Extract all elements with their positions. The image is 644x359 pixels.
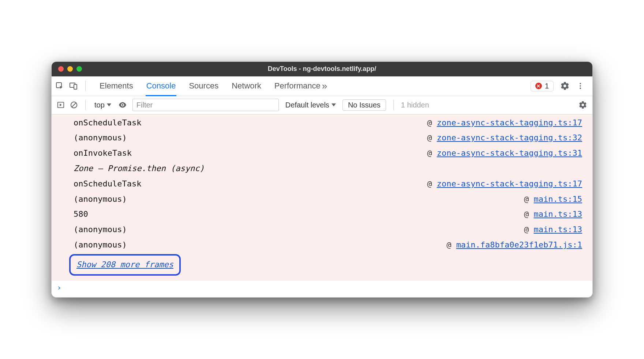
stack-frame-at: @ [524,207,534,222]
tab-elements[interactable]: Elements [100,76,133,96]
issues-button[interactable]: No Issues [342,99,386,111]
log-levels-selector[interactable]: Default levels [284,100,337,110]
live-expression-icon[interactable] [118,100,127,110]
context-label: top [94,101,105,109]
stack-frame-function: 580 [74,207,88,222]
tab-performance[interactable]: Performance [274,76,321,96]
error-count-pill[interactable]: ✕ 1 [531,81,554,91]
stack-frame-function: (anonymous) [74,130,127,146]
svg-point-3 [580,83,581,84]
separator [393,100,394,110]
stack-frame-source-link[interactable]: zone-async-stack-tagging.ts:31 [437,146,582,161]
stack-frame-at: @ [427,176,437,192]
stack-frame-function: onScheduleTask [74,115,141,131]
stack-frame: 580@ main.ts:13 [52,207,592,222]
svg-point-4 [580,85,581,87]
minimize-window-button[interactable] [67,66,73,72]
stack-frame-at: @ [427,130,437,146]
context-selector[interactable]: top [93,100,113,110]
stack-frame-at: @ [427,146,437,161]
console-output: onScheduleTask@ zone-async-stack-tagging… [52,114,592,281]
stack-frame-source-link[interactable]: main.ts:13 [534,222,582,237]
stack-frame: (anonymous)@ main.ts:15 [52,192,592,207]
stack-frame-function: Zone — Promise.then (async) [74,161,205,176]
stack-frame-at: @ [524,222,534,237]
clear-console-icon[interactable] [70,101,78,109]
stack-frame-function: (anonymous) [74,192,127,207]
stack-frame-at: @ [427,115,437,131]
tab-network[interactable]: Network [232,76,261,96]
svg-point-5 [580,88,581,89]
more-tabs-icon[interactable]: » [322,80,327,92]
separator [85,81,86,91]
svg-rect-2 [74,84,77,89]
window-title: DevTools - ng-devtools.netlify.app/ [52,65,592,73]
show-more-frames-highlight: Show 208 more frames [69,254,181,276]
stack-frame: Zone — Promise.then (async) [52,161,592,176]
stack-frame-function: onInvokeTask [74,146,132,161]
error-icon: ✕ [535,83,542,89]
svg-point-9 [122,104,123,106]
stack-frame-at: @ [446,237,456,253]
dropdown-caret-icon [107,103,111,106]
stack-frame: onScheduleTask@ zone-async-stack-tagging… [52,176,592,192]
stack-frame-function: (anonymous) [74,237,127,253]
hidden-messages-label[interactable]: 1 hidden [401,101,429,109]
zoom-window-button[interactable] [76,66,82,72]
toggle-sidebar-icon[interactable] [57,101,65,109]
window-controls [52,66,82,72]
stack-frame: (anonymous)@ main.fa8bfa0e23f1eb71.js:1 [52,237,592,253]
stack-frame-source-link[interactable]: main.fa8bfa0e23f1eb71.js:1 [456,237,582,253]
filter-input[interactable] [132,99,279,111]
error-count: 1 [545,82,549,90]
titlebar: DevTools - ng-devtools.netlify.app/ [52,62,592,76]
inspect-element-icon[interactable] [55,82,64,90]
issues-label: No Issues [348,101,381,109]
stack-frame-at: @ [524,192,534,207]
kebab-menu-icon[interactable] [576,82,584,90]
stack-frame: onInvokeTask@ zone-async-stack-tagging.t… [52,146,592,161]
stack-frame: onScheduleTask@ zone-async-stack-tagging… [52,115,592,131]
stack-frame-source-link[interactable]: zone-async-stack-tagging.ts:17 [437,115,582,131]
stack-frame-source-link[interactable]: zone-async-stack-tagging.ts:32 [437,130,582,146]
panel-tabstrip: ElementsConsoleSourcesNetworkPerformance… [52,76,592,96]
separator [85,100,86,110]
tab-sources[interactable]: Sources [189,76,218,96]
console-toolbar: top Default levels No Issues 1 hidden [52,96,592,114]
show-more-frames-link[interactable]: Show 208 more frames [76,260,173,269]
log-levels-label: Default levels [285,101,329,109]
stack-frame-function: (anonymous) [74,222,127,237]
dropdown-caret-icon [332,103,336,106]
console-settings-gear-icon[interactable] [579,101,587,109]
stack-frame-function: onScheduleTask [74,176,141,192]
close-window-button[interactable] [58,66,64,72]
stack-frame: (anonymous)@ zone-async-stack-tagging.ts… [52,130,592,146]
stack-frame-source-link[interactable]: zone-async-stack-tagging.ts:17 [437,176,582,192]
device-toolbar-icon[interactable] [69,82,78,90]
tab-console[interactable]: Console [146,76,176,96]
stack-frame-source-link[interactable]: main.ts:13 [534,207,582,222]
prompt-chevron-icon: › [57,283,61,292]
stack-frame-source-link[interactable]: main.ts:15 [534,192,582,207]
devtools-window: DevTools - ng-devtools.netlify.app/ [51,61,593,298]
console-prompt[interactable]: › [52,281,592,297]
settings-gear-icon[interactable] [560,81,570,91]
stack-frame: (anonymous)@ main.ts:13 [52,222,592,237]
svg-line-8 [72,103,76,107]
